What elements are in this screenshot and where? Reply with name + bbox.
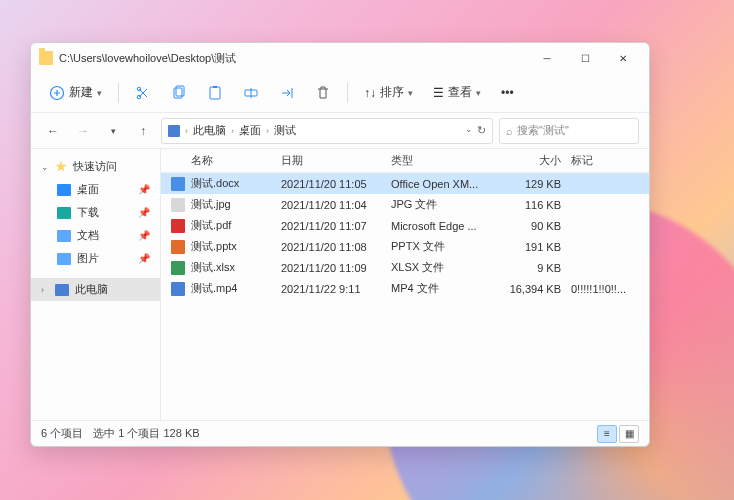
rename-button[interactable]: [235, 81, 267, 105]
file-date: 2021/11/20 11:04: [281, 199, 391, 211]
chevron-down-icon: ⌄: [41, 162, 49, 172]
file-row[interactable]: 测试.docx2021/11/20 11:05Office Open XM...…: [161, 173, 649, 194]
file-type: PPTX 文件: [391, 239, 501, 254]
file-icon: [171, 219, 185, 233]
explorer-window: C:\Users\lovewhoilove\Desktop\测试 ─ ☐ ✕ 新…: [30, 42, 650, 447]
ellipsis-icon: •••: [501, 86, 514, 100]
share-button[interactable]: [271, 81, 303, 105]
sidebar-item-label: 下载: [77, 205, 99, 220]
search-input[interactable]: ⌕ 搜索"测试": [499, 118, 639, 144]
chevron-right-icon: ›: [41, 285, 49, 295]
file-name: 测试.jpg: [191, 197, 231, 212]
close-button[interactable]: ✕: [605, 46, 641, 70]
scissors-icon: [135, 85, 151, 101]
file-name: 测试.xlsx: [191, 260, 235, 275]
column-name[interactable]: 名称: [171, 153, 281, 168]
file-icon: [171, 198, 185, 212]
file-size: 191 KB: [501, 241, 571, 253]
chevron-down-icon[interactable]: ⌄: [465, 124, 473, 137]
file-size: 116 KB: [501, 199, 571, 211]
forward-button[interactable]: →: [71, 119, 95, 143]
folder-icon: [39, 51, 53, 65]
maximize-button[interactable]: ☐: [567, 46, 603, 70]
file-size: 16,394 KB: [501, 283, 571, 295]
breadcrumb-part[interactable]: 此电脑: [193, 123, 226, 138]
sidebar-quick-access[interactable]: ⌄ 快速访问: [31, 155, 160, 178]
pin-icon: 📌: [138, 207, 150, 218]
sidebar-item-label: 图片: [77, 251, 99, 266]
window-title: C:\Users\lovewhoilove\Desktop\测试: [59, 51, 236, 66]
view-label: 查看: [448, 84, 472, 101]
refresh-icon[interactable]: ↻: [477, 124, 486, 137]
navbar: ← → ▾ ↑ › 此电脑 › 桌面 › 测试 ⌄ ↻ ⌕ 搜索"测试": [31, 113, 649, 149]
minimize-button[interactable]: ─: [529, 46, 565, 70]
column-date[interactable]: 日期: [281, 153, 391, 168]
copy-button[interactable]: [163, 81, 195, 105]
column-type[interactable]: 类型: [391, 153, 501, 168]
file-type: JPG 文件: [391, 197, 501, 212]
chevron-right-icon: ›: [185, 126, 188, 136]
sort-icon: ↑↓: [364, 86, 376, 100]
search-icon: ⌕: [506, 125, 513, 137]
more-button[interactable]: •••: [493, 82, 522, 104]
file-list-pane: 名称 日期 类型 大小 标记 测试.docx2021/11/20 11:05Of…: [161, 149, 649, 420]
copy-icon: [171, 85, 187, 101]
file-name: 测试.pptx: [191, 239, 237, 254]
up-button[interactable]: ↑: [131, 119, 155, 143]
sidebar-item-downloads[interactable]: 下载 📌: [31, 201, 160, 224]
divider: [347, 83, 348, 103]
recent-dropdown[interactable]: ▾: [101, 119, 125, 143]
back-button[interactable]: ←: [41, 119, 65, 143]
sidebar-item-desktop[interactable]: 桌面 📌: [31, 178, 160, 201]
folder-icon: [57, 253, 71, 265]
file-row[interactable]: 测试.mp42021/11/22 9:11MP4 文件16,394 KB0!!!…: [161, 278, 649, 299]
trash-icon: [315, 85, 331, 101]
sidebar-item-this-pc[interactable]: › 此电脑: [31, 278, 160, 301]
file-row[interactable]: 测试.xlsx2021/11/20 11:09XLSX 文件9 KB: [161, 257, 649, 278]
chevron-down-icon: ▾: [408, 88, 413, 98]
file-type: Office Open XM...: [391, 178, 501, 190]
column-tag[interactable]: 标记: [571, 153, 639, 168]
view-button[interactable]: ☰ 查看 ▾: [425, 80, 489, 105]
file-icon: [171, 177, 185, 191]
file-size: 9 KB: [501, 262, 571, 274]
sidebar-item-documents[interactable]: 文档 📌: [31, 224, 160, 247]
folder-icon: [57, 184, 71, 196]
paste-button[interactable]: [199, 81, 231, 105]
sort-button[interactable]: ↑↓ 排序 ▾: [356, 80, 421, 105]
new-button[interactable]: 新建 ▾: [41, 80, 110, 105]
breadcrumb-part[interactable]: 测试: [274, 123, 296, 138]
file-row[interactable]: 测试.jpg2021/11/20 11:04JPG 文件116 KB: [161, 194, 649, 215]
breadcrumb[interactable]: › 此电脑 › 桌面 › 测试 ⌄ ↻: [161, 118, 493, 144]
status-count: 6 个项目: [41, 426, 83, 441]
folder-icon: [57, 207, 71, 219]
cut-button[interactable]: [127, 81, 159, 105]
breadcrumb-part[interactable]: 桌面: [239, 123, 261, 138]
delete-button[interactable]: [307, 81, 339, 105]
new-label: 新建: [69, 84, 93, 101]
column-size[interactable]: 大小: [501, 153, 571, 168]
tiles-view-button[interactable]: ▦: [619, 425, 639, 443]
sidebar-item-pictures[interactable]: 图片 📌: [31, 247, 160, 270]
titlebar[interactable]: C:\Users\lovewhoilove\Desktop\测试 ─ ☐ ✕: [31, 43, 649, 73]
svg-rect-5: [210, 87, 220, 99]
sidebar-item-label: 此电脑: [75, 282, 108, 297]
details-view-button[interactable]: ≡: [597, 425, 617, 443]
pc-icon: [168, 125, 180, 137]
toolbar: 新建 ▾ ↑↓ 排序 ▾ ☰ 查看 ▾ •••: [31, 73, 649, 113]
sidebar-item-label: 桌面: [77, 182, 99, 197]
chevron-down-icon: ▾: [476, 88, 481, 98]
file-tag: 0!!!!!1!!0!!...: [571, 283, 639, 295]
rename-icon: [243, 85, 259, 101]
star-icon: [55, 161, 67, 173]
file-icon: [171, 240, 185, 254]
file-name: 测试.docx: [191, 176, 239, 191]
search-placeholder: 搜索"测试": [517, 123, 569, 138]
file-type: XLSX 文件: [391, 260, 501, 275]
sidebar-item-label: 快速访问: [73, 159, 117, 174]
file-row[interactable]: 测试.pptx2021/11/20 11:08PPTX 文件191 KB: [161, 236, 649, 257]
chevron-right-icon: ›: [231, 126, 234, 136]
folder-icon: [57, 230, 71, 242]
file-row[interactable]: 测试.pdf2021/11/20 11:07Microsoft Edge ...…: [161, 215, 649, 236]
file-date: 2021/11/20 11:09: [281, 262, 391, 274]
